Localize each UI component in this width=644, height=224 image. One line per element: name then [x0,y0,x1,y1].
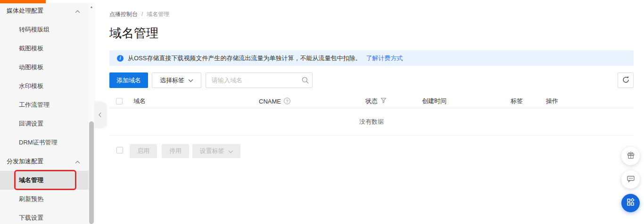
sidebar-item-workflow-management[interactable]: 工作流管理 [0,96,89,114]
batch-action-bar: 启用 停用 设置标签 [109,144,634,160]
tag-filter-dropdown[interactable]: 选择标签 [152,72,201,88]
search-input[interactable] [206,73,298,88]
sidebar-item-snapshot-template[interactable]: 截图模板 [0,39,89,58]
help-icon[interactable]: ? [284,98,290,104]
search-box [206,72,313,88]
sidebar-item-callback-settings[interactable]: 回调设置 [0,114,89,133]
column-header-cname: CNAME [259,97,281,104]
breadcrumb-console-link[interactable]: 点播控制台 [109,11,138,17]
sidebar-item-download-settings[interactable]: 下载设置 [0,208,89,224]
banner-text: 从OSS存储直接下载视频文件产生的存储流出流量为单独计算，不能从流量包中扣除。 [128,54,361,63]
page-title: 域名管理 [109,25,158,41]
gift-icon [626,151,636,162]
chevron-down-icon [228,148,233,155]
column-header-created-time: 创建时间 [422,97,446,105]
search-icon[interactable] [298,73,312,88]
sidebar-item-transcode-template-group[interactable]: 转码模版组 [0,20,89,39]
disable-button[interactable]: 停用 [162,144,189,158]
table-empty-row: 没有数据 [109,108,634,136]
set-tag-label: 设置标签 [200,147,224,155]
sidebar-scrollbar-thumb[interactable] [89,121,94,224]
info-icon: i [117,55,124,62]
sidebar: 媒体处理配置 转码模版组 截图模板 动图模板 水印模板 工作流管理 回调设置 D… [0,3,94,224]
banner-link[interactable]: 了解计费方式 [366,54,403,63]
feedback-chat-icon [626,174,636,185]
main-content: 点播控制台/域名管理 域名管理 i 从OSS存储直接下载视频文件产生的存储流出流… [109,0,634,224]
chevron-left-icon [98,111,102,120]
table-header: 域名 CNAME ? 状态 创建时间 标签 操作 [109,94,634,108]
filter-funnel-icon[interactable] [380,97,387,105]
sidebar-group-label: 媒体处理配置 [7,7,43,15]
refresh-icon [622,76,629,85]
toolbar: 添加域名 选择标签 [109,72,634,88]
enable-button[interactable]: 启用 [130,144,157,158]
empty-text: 没有数据 [359,118,384,126]
sidebar-item-watermark-template[interactable]: 水印模板 [0,77,89,96]
sidebar-item-domain-management[interactable]: 域名管理 [0,171,89,190]
vod-console-screen: 媒体处理配置 转码模版组 截图模板 动图模板 水印模板 工作流管理 回调设置 D… [0,0,644,224]
breadcrumb-separator: / [141,11,143,17]
sidebar-group-distribution-acceleration[interactable]: 分发加速配置 [0,152,89,171]
app-grid-icon [626,198,635,208]
column-header-actions: 操作 [546,97,558,105]
sidebar-menu: 媒体处理配置 转码模版组 截图模板 动图模板 水印模板 工作流管理 回调设置 D… [0,1,94,224]
tag-filter-label: 选择标签 [160,76,184,85]
chevron-down-icon [188,77,193,84]
column-header-status: 状态 [365,97,378,105]
sidebar-item-animated-image-template[interactable]: 动图模板 [0,58,89,77]
select-all-checkbox[interactable] [116,98,123,104]
breadcrumb-current: 域名管理 [147,11,169,17]
scroll-up-icon[interactable]: ▲ [89,4,94,10]
sidebar-group-media-processing[interactable]: 媒体处理配置 [0,1,89,20]
feedback-fab-button[interactable] [621,170,640,189]
sidebar-collapse-handle[interactable] [94,102,106,128]
sidebar-item-refresh-prefetch[interactable]: 刷新预热 [0,190,89,208]
add-domain-button[interactable]: 添加域名 [109,72,148,88]
sidebar-item-drm-cert-management[interactable]: DRM证书管理 [0,133,89,152]
sidebar-scrollbar[interactable]: ▲ [89,3,94,224]
set-tag-dropdown[interactable]: 设置标签 [192,144,240,158]
sidebar-group-label: 分发加速配置 [7,157,43,166]
batch-select-checkbox[interactable] [116,147,123,153]
info-banner: i 从OSS存储直接下载视频文件产生的存储流出流量为单独计算，不能从流量包中扣除… [109,50,634,66]
apps-fab-button[interactable] [621,194,640,212]
chevron-up-icon [75,8,80,15]
chevron-up-icon [75,158,80,165]
gift-fab-button[interactable] [621,147,640,165]
column-header-domain: 域名 [133,97,146,105]
refresh-button[interactable] [618,72,634,88]
column-header-tag: 标签 [511,97,523,105]
breadcrumb: 点播控制台/域名管理 [109,10,169,18]
